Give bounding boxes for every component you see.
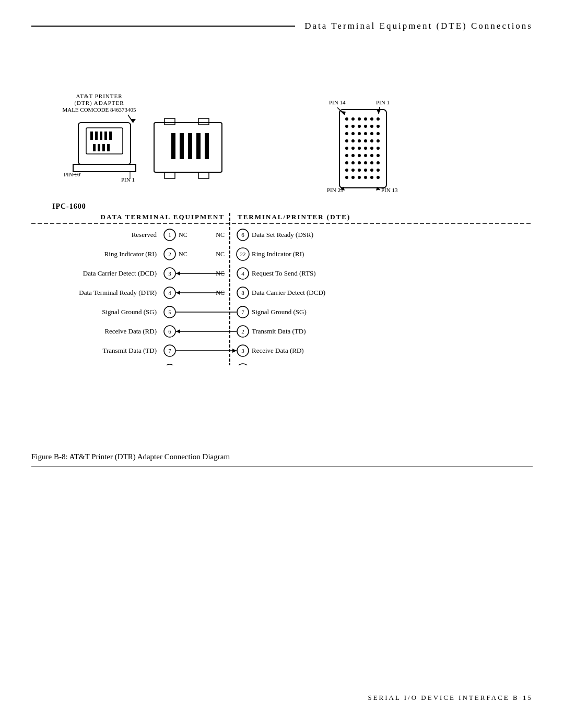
svg-point-2 [358, 132, 361, 135]
inner-pin-2 [95, 132, 98, 140]
left-connector-label1: AT&T PRINTER [76, 93, 122, 99]
svg-point-24 [345, 161, 348, 164]
row7-right-label: Receive Data (RD) [252, 347, 304, 354]
pin1-right-arrowhead [377, 110, 381, 114]
row2-left-nc: NC [179, 250, 187, 258]
row3-right-pin-num: 4 [241, 270, 244, 277]
svg-point-19 [351, 154, 355, 157]
svg-point-20 [358, 154, 361, 157]
svg-point-5 [377, 132, 380, 135]
page-title: Data Terminal Equipment (DTE) Connection… [304, 21, 533, 31]
svg-point-7 [351, 139, 355, 142]
svg-point-34 [370, 169, 373, 172]
svg-point-4 [370, 132, 373, 135]
center-pin2 [180, 133, 184, 159]
row4-right-label: Data Carrier Detect (DCD) [252, 289, 325, 296]
svg-point-0 [345, 132, 348, 135]
right-pin-r1-3 [358, 117, 361, 121]
inner-pin-6 [93, 144, 96, 151]
svg-point-36 [345, 176, 348, 179]
figure-caption-area: Figure B-8: AT&T Printer (DTR) Adapter C… [31, 452, 533, 468]
svg-point-28 [370, 161, 373, 164]
center-pin3 [188, 133, 192, 159]
center-tab2 [198, 118, 209, 125]
svg-point-32 [358, 169, 361, 172]
row1-left-nc: NC [179, 231, 187, 238]
row7-arrow [232, 349, 237, 353]
right-pin-r1-10 [364, 125, 367, 128]
main-diagram: AT&T PRINTER (DTR) ADAPTER MALE COMCODE … [31, 42, 533, 365]
row2-right-nc: NC [216, 250, 225, 258]
row3-right-label: Request To Send (RTS) [252, 269, 316, 277]
row5-right-label: Signal Ground (SG) [252, 308, 307, 316]
inner-pin-1 [90, 132, 93, 140]
pin14-label: PIN 14 [329, 99, 346, 105]
pin14-arrowhead [341, 111, 346, 115]
right-pin-r1-8 [351, 125, 355, 128]
row1-left-pin-num: 1 [168, 232, 171, 238]
pin1-left-label: PIN 1 [121, 176, 135, 183]
row2-left-pin-num: 2 [168, 251, 171, 257]
row6-left-label: Receive Data (RD) [104, 327, 157, 335]
svg-point-40 [370, 176, 373, 179]
center-pin1 [171, 133, 175, 159]
row6-right-label: Transmit Data (TD) [252, 327, 306, 335]
row5-left-label: Signal Ground (SG) [102, 308, 157, 316]
row3-right-nc: NC [216, 270, 225, 277]
svg-point-21 [364, 154, 367, 157]
svg-point-14 [358, 147, 361, 150]
svg-point-26 [358, 161, 361, 164]
row4-left-pin-num: 4 [168, 290, 171, 296]
inner-pin-4 [104, 132, 107, 140]
row5-left-pin-num: 5 [168, 309, 171, 315]
svg-point-11 [377, 139, 380, 142]
svg-point-38 [358, 176, 361, 179]
row3-arrow [176, 271, 180, 276]
row4-right-pin-num: 8 [241, 290, 244, 296]
svg-point-10 [370, 139, 373, 142]
inner-pin-3 [100, 132, 102, 140]
svg-point-1 [351, 132, 355, 135]
svg-point-22 [370, 154, 373, 157]
row1-right-pin-num: 6 [241, 232, 244, 238]
inner-pin-9 [107, 144, 110, 151]
row7-left-label: Transmit Data (TD) [102, 347, 157, 354]
svg-point-9 [364, 139, 367, 142]
svg-point-13 [351, 147, 355, 150]
inner-pin-7 [98, 144, 100, 151]
row1-right-label: Data Set Ready (DSR) [252, 231, 313, 238]
right-pin-r1-6 [377, 117, 380, 121]
row3-left-label: Data Carrier Detect (DCD) [83, 269, 157, 277]
right-section-header: TERMINAL/PRINTER (DTE) [238, 213, 350, 221]
right-pin-r1-1 [345, 117, 348, 121]
right-pin-r1-2 [351, 117, 355, 121]
row3-left-pin-num: 3 [168, 270, 171, 277]
right-pin-r1-5 [370, 117, 373, 121]
footer-text: SERIAL I/O DEVICE INTERFACE B-15 [368, 694, 533, 702]
row2-left-label: Ring Indicator (RI) [104, 250, 157, 258]
left-section-header: DATA TERMINAL EQUIPMENT [101, 213, 225, 221]
pin1-right-label: PIN 1 [376, 99, 390, 105]
inner-pin-5 [109, 132, 112, 140]
svg-point-12 [345, 147, 348, 150]
center-pin4 [196, 133, 201, 159]
center-pin5 [205, 133, 209, 159]
pin13-label: PIN 13 [381, 187, 398, 193]
right-pin-r1-12 [377, 125, 380, 128]
page-header: Data Terminal Equipment (DTE) Connection… [0, 21, 564, 31]
svg-point-39 [364, 176, 367, 179]
svg-point-37 [351, 176, 355, 179]
row2-right-label: Ring Indicator (RI) [252, 250, 304, 258]
ipc-model: IPC-1600 [52, 202, 86, 210]
svg-point-30 [345, 169, 348, 172]
right-pin-r1-9 [358, 125, 361, 128]
row6-arrow [176, 329, 180, 333]
svg-point-15 [364, 147, 367, 150]
row8-left-pin [164, 364, 175, 365]
svg-point-3 [364, 132, 367, 135]
svg-point-16 [370, 147, 373, 150]
center-tab4 [198, 172, 209, 178]
row5-right-pin-num: 7 [241, 309, 244, 315]
svg-point-23 [377, 154, 380, 157]
svg-point-41 [377, 176, 380, 179]
